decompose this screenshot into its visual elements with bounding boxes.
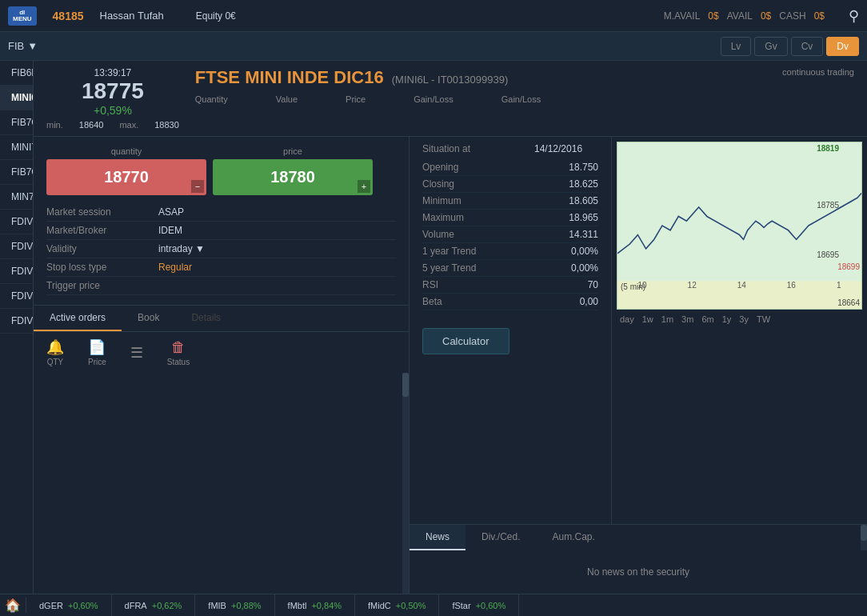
list-icon: ☰ bbox=[130, 344, 143, 362]
tab-gv[interactable]: Gv bbox=[754, 37, 787, 56]
chart-time-14: 14 bbox=[737, 281, 746, 290]
trend1-label: 1 year Trend bbox=[422, 246, 534, 257]
period-1m[interactable]: 1m bbox=[658, 313, 677, 326]
account-id: 48185 bbox=[53, 10, 84, 22]
price-value: 18780 bbox=[270, 168, 315, 186]
instrument-name: FTSE MINI INDE DIC16 bbox=[195, 67, 384, 88]
ticker-dfra-value: +0,62% bbox=[152, 601, 182, 610]
price-plus-btn[interactable]: + bbox=[358, 180, 370, 193]
price-wrapper: price 18780 + bbox=[213, 146, 373, 195]
chart-time-16: 16 bbox=[787, 281, 796, 290]
sidebar-item-fdiv6l[interactable]: FDIV6L bbox=[0, 234, 33, 259]
period-1w[interactable]: 1w bbox=[639, 313, 657, 326]
sidebar-item-fdiv9l[interactable]: FDIV9L bbox=[0, 309, 33, 334]
ticker-fmbtl: fMbtl +0,84% bbox=[275, 594, 355, 616]
market-broker-label: Market/Broker bbox=[46, 225, 158, 236]
news-tab-div[interactable]: Div./Ced. bbox=[465, 525, 536, 550]
ticker-fstar-value: +0,60% bbox=[476, 601, 506, 610]
chart-low-yellow-label: 18664 bbox=[837, 298, 860, 307]
sidebar-item-fib7c[interactable]: FIB7C bbox=[0, 110, 33, 135]
ticker-fstar: fStar +0,60% bbox=[439, 594, 519, 616]
col-gain-loss2: Gain/Loss bbox=[501, 94, 541, 104]
price-input[interactable]: 18780 + bbox=[213, 159, 373, 195]
sidebar-item-fib6l[interactable]: FIB6L bbox=[0, 61, 33, 86]
maximum-value: 18.965 bbox=[534, 212, 598, 223]
period-3y[interactable]: 3y bbox=[736, 313, 752, 326]
minimum-row: Minimum 18.605 bbox=[422, 193, 598, 210]
trigger-price-label: Trigger price bbox=[46, 280, 158, 291]
tab-cv[interactable]: Cv bbox=[791, 37, 824, 56]
ticker-home-icon[interactable]: 🏠 bbox=[0, 598, 26, 613]
status-icon-label: Status bbox=[167, 358, 190, 366]
trend1-row: 1 year Trend 0,00% bbox=[422, 243, 598, 260]
news-tabs-row: News Div./Ced. Aum.Cap. bbox=[410, 525, 867, 550]
tab-active-orders[interactable]: Active orders bbox=[34, 306, 122, 331]
chart-time-1: 1 bbox=[837, 281, 841, 290]
volume-row: Volume 14.311 bbox=[422, 226, 598, 243]
sidebar-item-mini7c[interactable]: MINI7C bbox=[0, 135, 33, 160]
sidebar-item-mini6l[interactable]: MINI6L bbox=[0, 86, 33, 110]
news-scrollbar-thumb[interactable] bbox=[861, 525, 867, 541]
ticker-fmib-name: fMIB bbox=[208, 601, 226, 610]
trend5-label: 5 year Trend bbox=[422, 262, 534, 274]
beta-row: Beta 0,00 bbox=[422, 294, 598, 310]
period-day[interactable]: day bbox=[617, 313, 637, 326]
sidebar-item-fdiv8l[interactable]: FDIV8L bbox=[0, 284, 33, 309]
period-6m[interactable]: 6m bbox=[698, 313, 717, 326]
search-icon[interactable]: ⚲ bbox=[849, 7, 859, 25]
doc-icon-btn[interactable]: 📄 Price bbox=[88, 338, 106, 366]
closing-value: 18.625 bbox=[534, 178, 598, 190]
ticker-fmidc-value: +0,50% bbox=[396, 601, 426, 610]
stop-loss-label: Stop loss type bbox=[46, 262, 158, 273]
validity-value[interactable]: intraday ▼ bbox=[158, 243, 205, 254]
opening-value: 18.750 bbox=[534, 162, 598, 173]
chart-high-label: 18819 bbox=[817, 144, 839, 153]
situation-value: 14/12/2016 bbox=[534, 143, 582, 154]
list-icon-btn[interactable]: ☰ bbox=[130, 344, 143, 362]
orders-tabs: Active orders Book Details bbox=[34, 305, 409, 332]
min-value: 18640 bbox=[79, 120, 104, 130]
closing-row: Closing 18.625 bbox=[422, 176, 598, 193]
min-label: min. bbox=[46, 120, 63, 130]
fib-dropdown[interactable]: FIB ▼ bbox=[8, 40, 38, 52]
quantity-value: 18770 bbox=[104, 168, 149, 186]
ticker-fmbtl-name: fMbtl bbox=[288, 601, 307, 610]
tab-dv[interactable]: Dv bbox=[826, 37, 859, 56]
qty-icon-label: QTY bbox=[47, 358, 64, 366]
validity-row: Validity intraday ▼ bbox=[46, 240, 396, 258]
news-tab-aum[interactable]: Aum.Cap. bbox=[536, 525, 610, 550]
tab-book[interactable]: Book bbox=[122, 306, 175, 331]
sidebar-item-fdiv7l[interactable]: FDIV7L bbox=[0, 259, 33, 284]
tab-lv[interactable]: Lv bbox=[721, 37, 752, 56]
period-tw[interactable]: TW bbox=[753, 313, 773, 326]
situation-label: Situation at bbox=[422, 143, 534, 154]
period-3m[interactable]: 3m bbox=[678, 313, 697, 326]
news-scrollbar-area bbox=[611, 525, 867, 550]
bell-icon-btn[interactable]: 🔔 QTY bbox=[46, 338, 64, 366]
cash-value: 0$ bbox=[814, 10, 825, 22]
news-tab-news[interactable]: News bbox=[410, 525, 465, 550]
period-1y[interactable]: 1y bbox=[719, 313, 735, 326]
sidebar-item-fib7ct[interactable]: FIB7CT bbox=[0, 160, 33, 185]
price-change: +0,59% bbox=[46, 104, 179, 117]
market-data-panel: Situation at 14/12/2016 Opening 18.750 C… bbox=[410, 137, 611, 524]
market-broker-value: IDEM bbox=[158, 225, 182, 236]
ticker-fmbtl-value: +0,84% bbox=[311, 601, 342, 610]
quantity-label: quantity bbox=[111, 146, 142, 156]
quantity-input[interactable]: 18770 − bbox=[46, 159, 206, 195]
orders-content-area bbox=[34, 373, 409, 594]
calculator-button[interactable]: Calculator bbox=[422, 328, 509, 354]
bottom-ticker: 🏠 dGER +0,60% dFRA +0,62% fMIB +0,88% fM… bbox=[0, 594, 867, 616]
price-icon-label: Price bbox=[88, 358, 106, 366]
trash-icon-btn[interactable]: 🗑 Status bbox=[167, 339, 190, 366]
quantity-minus-btn[interactable]: − bbox=[191, 180, 204, 193]
app-logo: dlMENU bbox=[8, 6, 37, 26]
ticker-dger-value: +0,60% bbox=[68, 601, 98, 610]
market-info: M.AVAIL 0$ AVAIL 0$ CASH 0$ bbox=[664, 10, 825, 22]
max-value: 18830 bbox=[154, 120, 179, 130]
sidebar-item-fdiv0l[interactable]: FDIV0L bbox=[0, 210, 33, 234]
chart-time-12: 12 bbox=[688, 281, 697, 290]
orders-scrollbar-thumb[interactable] bbox=[402, 373, 409, 397]
sidebar-item-min7ct[interactable]: MIN7CT bbox=[0, 185, 33, 210]
tab-details[interactable]: Details bbox=[175, 306, 237, 331]
